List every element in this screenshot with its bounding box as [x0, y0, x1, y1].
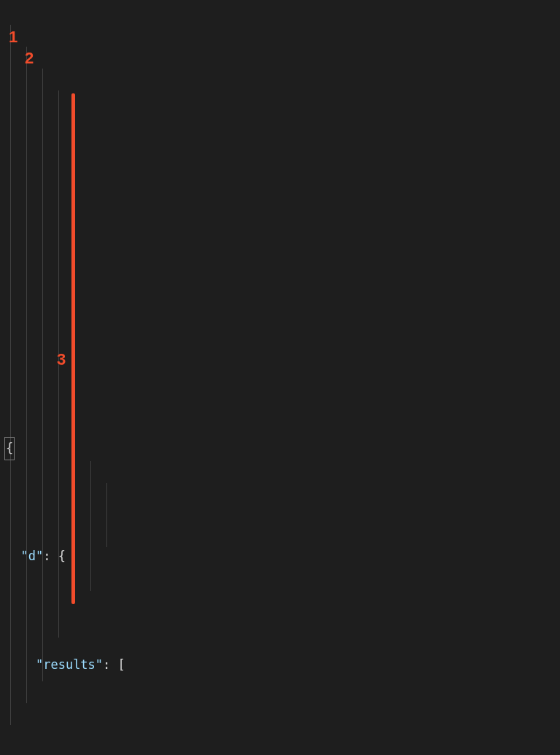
annotation-badge-3: 3 [57, 346, 66, 374]
indent-guide [10, 25, 11, 725]
indent-guide [90, 461, 91, 591]
annotation-badge-1: 1 [9, 23, 18, 52]
indent-guide [106, 483, 107, 547]
annotation-bar-3 [71, 93, 75, 604]
brace-open: { [4, 437, 15, 460]
indent-guide [42, 69, 43, 681]
code-editor[interactable]: 1 2 3 { "d": { "results": [ { "__metadat… [0, 0, 560, 755]
code-line: "results": [ [6, 654, 560, 676]
annotation-badge-2: 2 [25, 44, 34, 73]
code-line: { [6, 437, 560, 459]
json-key: "d" [20, 549, 43, 563]
json-key: "results" [36, 657, 103, 672]
code-line: "d": { [6, 546, 560, 568]
indent-guide [26, 47, 27, 703]
